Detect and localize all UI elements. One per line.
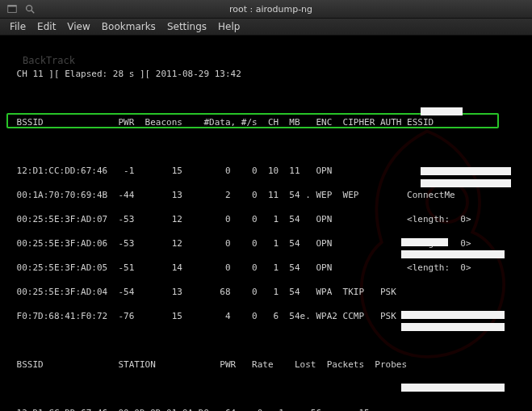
ap-row: 00:1A:70:70:69:4B -44 13 2 0 11 54 . WEP… <box>11 189 521 201</box>
ap-row: 00:25:5E:3F:AD:04 -54 13 68 0 1 54 WPA T… <box>11 286 521 298</box>
menu-help[interactable]: Help <box>218 21 240 32</box>
menu-file[interactable]: File <box>10 21 26 32</box>
ap-row: F0:7D:68:41:F0:72 -76 15 4 0 6 54e. WPA2… <box>11 310 521 322</box>
ap-row: 00:25:5E:3F:AD:05 -51 14 0 0 1 54 OPN <l… <box>11 262 521 274</box>
terminal-output: BackTrack CH 11 ][ Elapsed: 28 s ][ 2011… <box>0 36 532 411</box>
svg-rect-1 <box>8 6 17 7</box>
ap-row: 12:D1:CC:DD:67:46 -1 15 0 0 10 11 OPN <box>11 165 521 177</box>
ap-row: 00:25:5E:3F:AD:06 -53 12 0 0 1 54 OPN <l… <box>11 237 521 250</box>
status-line: CH 11 ][ Elapsed: 28 s ][ 2011-08-29 13:… <box>11 68 521 80</box>
window-title: root : airodump-ng <box>42 4 500 15</box>
svg-line-3 <box>31 10 35 14</box>
station-header: BSSID STATION PWR Rate Lost Packets Prob… <box>11 359 521 371</box>
menubar: File Edit View Bookmarks Settings Help <box>0 19 532 36</box>
ap-header: BSSID PWR Beacons #Data, #/s CH MB ENC C… <box>11 116 521 128</box>
menu-view[interactable]: View <box>67 21 90 32</box>
ap-row: 00:25:5E:3F:AD:07 -53 12 0 0 1 54 OPN <l… <box>11 213 521 225</box>
menu-bookmarks[interactable]: Bookmarks <box>102 21 156 32</box>
search-icon[interactable] <box>24 3 36 15</box>
ghost-label: BackTrack <box>23 55 75 67</box>
menu-settings[interactable]: Settings <box>167 21 207 32</box>
menu-edit[interactable]: Edit <box>37 21 56 32</box>
window-titlebar: root : airodump-ng <box>0 0 532 19</box>
app-icon <box>6 3 18 15</box>
svg-point-2 <box>27 6 32 11</box>
station-row: 12:D1:CC:DD:67:46 00:0D:9D:01:9A:D9 -64 … <box>11 407 521 411</box>
